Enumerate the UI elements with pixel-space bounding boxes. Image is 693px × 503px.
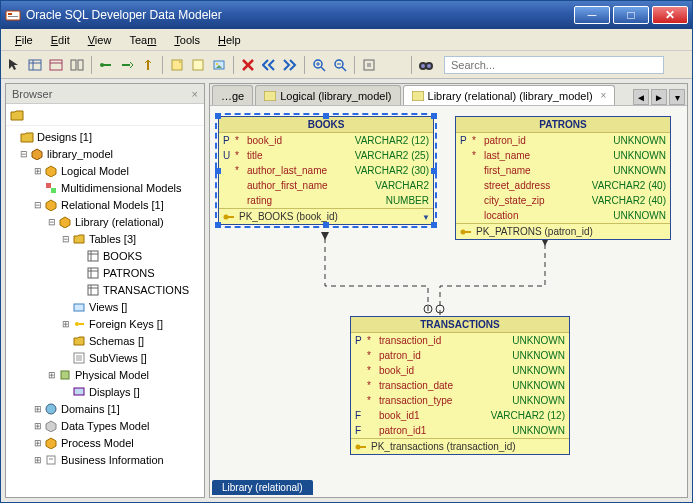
dropdown-triangle-icon[interactable]: ▼ bbox=[422, 213, 430, 222]
svg-rect-57 bbox=[228, 216, 234, 218]
search-box[interactable] bbox=[444, 56, 664, 74]
key-icon bbox=[355, 442, 367, 452]
svg-rect-0 bbox=[6, 11, 20, 20]
menu-help[interactable]: Help bbox=[210, 32, 249, 48]
toolbar bbox=[1, 51, 692, 79]
tree-multidimensional[interactable]: Multidimensional Models bbox=[6, 179, 204, 196]
minimize-button[interactable]: ─ bbox=[574, 6, 610, 24]
note-tool[interactable] bbox=[168, 56, 186, 74]
tree-business-info[interactable]: ⊞Business Information bbox=[6, 451, 204, 468]
tab-ge[interactable]: …ge bbox=[212, 85, 253, 105]
svg-point-49 bbox=[46, 404, 56, 414]
svg-rect-9 bbox=[78, 60, 83, 70]
tab-list-button[interactable]: ▾ bbox=[669, 89, 685, 105]
browser-title: Browser bbox=[12, 88, 52, 100]
svg-rect-8 bbox=[71, 60, 76, 70]
tree-foreign-keys[interactable]: ⊞Foreign Keys [] bbox=[6, 315, 204, 332]
svg-point-56 bbox=[224, 214, 229, 219]
tree-data-types[interactable]: ⊞Data Types Model bbox=[6, 417, 204, 434]
menu-view[interactable]: View bbox=[80, 32, 120, 48]
browser-close-icon[interactable]: × bbox=[192, 88, 198, 100]
tab-library-relational[interactable]: Library (relational) (library_model)× bbox=[403, 85, 616, 105]
new-view-tool[interactable] bbox=[47, 56, 65, 74]
app-icon bbox=[5, 7, 21, 23]
fit-tool[interactable] bbox=[360, 56, 378, 74]
browser-panel: Browser × Designs [1] ⊟library_model ⊞Lo… bbox=[5, 83, 205, 498]
diagram-status-tab[interactable]: Library (relational) bbox=[212, 480, 313, 495]
tree-logical-model[interactable]: ⊞Logical Model bbox=[6, 162, 204, 179]
svg-rect-2 bbox=[8, 16, 18, 17]
new-entity-tool[interactable] bbox=[26, 56, 44, 74]
svg-rect-3 bbox=[29, 60, 41, 70]
tab-logical[interactable]: Logical (library_model) bbox=[255, 85, 400, 105]
link-inherit-tool[interactable] bbox=[139, 56, 157, 74]
search-input[interactable] bbox=[449, 58, 639, 72]
svg-line-19 bbox=[321, 67, 325, 71]
entity-column-row: city_state_zipVARCHAR2 (40) bbox=[456, 193, 670, 208]
zoom-out-tool[interactable] bbox=[331, 56, 349, 74]
close-button[interactable]: ✕ bbox=[652, 6, 688, 24]
tree-displays[interactable]: Displays [] bbox=[6, 383, 204, 400]
link-one-tool[interactable] bbox=[97, 56, 115, 74]
tree-subviews[interactable]: SubViews [] bbox=[6, 349, 204, 366]
tree-schemas[interactable]: Schemas [] bbox=[6, 332, 204, 349]
rewind-tool[interactable] bbox=[260, 56, 278, 74]
entity-column-row: first_nameUNKNOWN bbox=[456, 163, 670, 178]
tab-next-button[interactable]: ► bbox=[651, 89, 667, 105]
tree-tables[interactable]: ⊟Tables [3] bbox=[6, 230, 204, 247]
entity-books[interactable]: BOOKS P*book_idVARCHAR2 (12)U*titleVARCH… bbox=[218, 116, 434, 225]
svg-rect-39 bbox=[88, 285, 98, 295]
tree-physical-model[interactable]: ⊞Physical Model bbox=[6, 366, 204, 383]
svg-point-43 bbox=[75, 322, 79, 326]
entity-books-columns: P*book_idVARCHAR2 (12)U*titleVARCHAR2 (2… bbox=[219, 133, 433, 208]
zoom-in-tool[interactable] bbox=[310, 56, 328, 74]
tree-views[interactable]: Views [] bbox=[6, 298, 204, 315]
menubar: File Edit View Team Tools Help bbox=[1, 29, 692, 51]
tab-close-icon[interactable]: × bbox=[601, 90, 607, 101]
entity-transactions[interactable]: TRANSACTIONS P*transaction_idUNKNOWN*pat… bbox=[350, 316, 570, 455]
entity-column-row: ratingNUMBER bbox=[219, 193, 433, 208]
folder-toolbar-icon[interactable] bbox=[10, 108, 24, 122]
svg-rect-59 bbox=[465, 231, 471, 233]
forward-tool[interactable] bbox=[281, 56, 299, 74]
svg-line-23 bbox=[342, 67, 346, 71]
link-many-tool[interactable] bbox=[118, 56, 136, 74]
entity-patrons[interactable]: PATRONS P*patron_idUNKNOWN*last_nameUNKN… bbox=[455, 116, 671, 240]
tree-domains[interactable]: ⊞Domains [1] bbox=[6, 400, 204, 417]
svg-point-55 bbox=[436, 305, 444, 313]
entity-column-row: *book_idUNKNOWN bbox=[351, 363, 569, 378]
browser-tree[interactable]: Designs [1] ⊟library_model ⊞Logical Mode… bbox=[6, 126, 204, 497]
maximize-button[interactable]: □ bbox=[613, 6, 649, 24]
split-tool[interactable] bbox=[68, 56, 86, 74]
main-panel: …ge Logical (library_model) Library (rel… bbox=[209, 83, 688, 498]
entity-transactions-columns: P*transaction_idUNKNOWN*patron_idUNKNOWN… bbox=[351, 333, 569, 438]
image-tool[interactable] bbox=[210, 56, 228, 74]
tree-process-model[interactable]: ⊞Process Model bbox=[6, 434, 204, 451]
tree-table-patrons[interactable]: PATRONS bbox=[6, 264, 204, 281]
svg-rect-33 bbox=[88, 251, 98, 261]
note-tool-2[interactable] bbox=[189, 56, 207, 74]
menu-edit[interactable]: Edit bbox=[43, 32, 78, 48]
svg-rect-42 bbox=[74, 304, 84, 311]
key-icon bbox=[223, 212, 235, 222]
tree-library-relational[interactable]: ⊟Library (relational) bbox=[6, 213, 204, 230]
tree-relational-models[interactable]: ⊟Relational Models [1] bbox=[6, 196, 204, 213]
menu-file[interactable]: File bbox=[7, 32, 41, 48]
tree-designs[interactable]: Designs [1] bbox=[6, 128, 204, 145]
tree-table-books[interactable]: BOOKS bbox=[6, 247, 204, 264]
tab-prev-button[interactable]: ◄ bbox=[633, 89, 649, 105]
tree-library-model[interactable]: ⊟library_model bbox=[6, 145, 204, 162]
menu-tools[interactable]: Tools bbox=[166, 32, 208, 48]
diagram-canvas[interactable]: BOOKS P*book_idVARCHAR2 (12)U*titleVARCH… bbox=[210, 106, 687, 497]
svg-rect-47 bbox=[61, 371, 69, 379]
pointer-tool[interactable] bbox=[5, 56, 23, 74]
entity-column-row: *transaction_typeUNKNOWN bbox=[351, 393, 569, 408]
svg-rect-46 bbox=[76, 355, 82, 361]
binoculars-icon[interactable] bbox=[417, 56, 435, 74]
menu-team[interactable]: Team bbox=[121, 32, 164, 48]
delete-tool[interactable] bbox=[239, 56, 257, 74]
entity-column-row: P*transaction_idUNKNOWN bbox=[351, 333, 569, 348]
tree-table-transactions[interactable]: TRANSACTIONS bbox=[6, 281, 204, 298]
titlebar: Oracle SQL Developer Data Modeler ─ □ ✕ bbox=[1, 1, 692, 29]
svg-point-30 bbox=[427, 64, 431, 68]
